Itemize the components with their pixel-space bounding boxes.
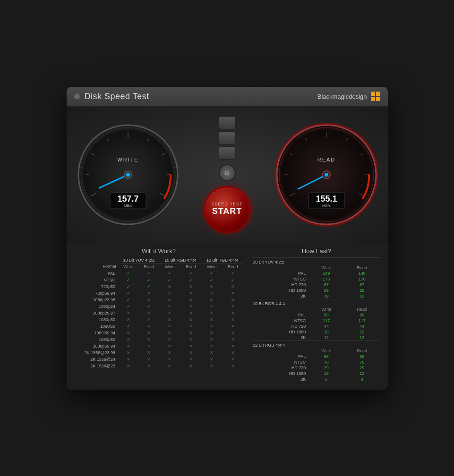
read-value: 99	[344, 312, 380, 318]
check-icon: ✓	[168, 271, 171, 276]
format-name: 1080p50	[74, 336, 118, 343]
format-name: 2K 1556@24	[74, 356, 118, 363]
format-name: HD 1080	[253, 288, 308, 293]
cross-icon: ✕	[189, 311, 193, 315]
yuv-write: ✓	[118, 323, 138, 330]
group-name: 12 Bit RGB 4:4:4	[253, 340, 380, 348]
format-name: 1080p30	[74, 316, 118, 323]
read-value: 12	[344, 335, 380, 341]
read-value: 176	[344, 276, 380, 282]
svg-text:155.1: 155.1	[316, 194, 337, 204]
rgb12-write: ✕	[201, 330, 222, 336]
format-btn-3[interactable]	[219, 146, 236, 160]
rgb10-read: ✕	[180, 316, 201, 323]
format-name: HD 1080	[253, 371, 308, 376]
cross-icon: ✕	[210, 311, 214, 315]
cross-icon: ✕	[127, 317, 130, 322]
app-window: Disk Speed Test Blackmagicdesign	[67, 87, 388, 390]
yuv-write: ✕	[118, 363, 138, 369]
close-button[interactable]	[74, 94, 80, 99]
cross-icon: ✕	[210, 298, 214, 302]
yuv-write: ✕	[118, 356, 138, 363]
col-format	[253, 265, 308, 271]
format-name: 2K 1556@25	[74, 363, 118, 369]
yuv-write: ✓	[118, 297, 138, 303]
rgb10-write: ✕	[159, 356, 180, 363]
cross-icon: ✕	[168, 324, 171, 329]
svg-text:MB/s: MB/s	[123, 204, 132, 208]
yuv-read: ✕	[138, 363, 159, 369]
format-btn-2[interactable]	[219, 131, 236, 144]
group-header-row: 10 Bit YUV 4:2:2	[253, 257, 380, 265]
rgb10-read: ✕	[180, 330, 201, 336]
rgb12-read: ✕	[222, 323, 243, 330]
rgb12-read: ✕	[222, 336, 243, 343]
cross-icon: ✕	[168, 284, 171, 289]
start-button[interactable]: SPEED TEST START	[204, 186, 251, 233]
cross-icon: ✕	[189, 357, 193, 362]
check-icon: ✓	[127, 304, 130, 309]
list-item: HD 1080 19 19	[253, 329, 380, 335]
col-write: Write	[308, 348, 344, 354]
svg-text:MB/s: MB/s	[322, 204, 330, 208]
cross-icon: ✕	[147, 291, 151, 296]
yuv-read: ✕	[138, 290, 159, 297]
read-value: 148	[344, 271, 380, 276]
list-item: 2K 12 12	[253, 335, 380, 341]
rgb10-read: ✕	[180, 303, 201, 310]
cross-icon: ✕	[127, 350, 130, 355]
col-yuv-r: Read	[138, 263, 159, 270]
cross-icon: ✕	[189, 364, 193, 368]
table-row: 720p59.94 ✓ ✕ ✕ ✕ ✕ ✕	[74, 290, 244, 297]
settings-button[interactable]: ⚙	[219, 164, 236, 181]
cross-icon: ✕	[231, 298, 235, 302]
list-item: PAL 99 99	[253, 312, 380, 318]
col-read: Read	[344, 306, 380, 312]
write-value: 12	[308, 335, 344, 341]
will-it-work: Will it Work? 10 Bit YUV 4:2:2 10 Bit RG…	[74, 243, 244, 382]
col-write: Write	[308, 306, 344, 312]
cross-icon: ✕	[147, 331, 151, 335]
rgb10-write: ✕	[159, 336, 180, 343]
table-row: 1080p30 ✕ ✓ ✕ ✕ ✕ ✕	[74, 316, 244, 323]
col-group-rgb12: 12 Bit RGB 4:4:4	[201, 257, 243, 264]
cross-icon: ✕	[189, 291, 193, 296]
cross-icon: ✕	[210, 337, 214, 342]
center-controls: ⚙ SPEED TEST START	[204, 116, 251, 233]
table-row: 1080i59.94 ✕ ✕ ✕ ✕ ✕ ✕	[74, 330, 244, 336]
format-name: PAL	[253, 312, 308, 318]
cross-icon: ✕	[231, 357, 235, 362]
yuv-read: ✓	[138, 283, 159, 290]
cross-icon: ✕	[231, 344, 235, 348]
format-name: 1080p24	[74, 303, 118, 310]
col-group-rgb10: 10 Bit RGB 4:4:4	[159, 257, 201, 264]
format-btn-1[interactable]	[219, 116, 236, 129]
write-value: 176	[308, 276, 344, 282]
cross-icon: ✕	[210, 364, 214, 368]
rgb12-read: ✕	[222, 356, 243, 363]
write-value: 8	[308, 376, 344, 382]
list-item: PAL 66 66	[253, 354, 380, 359]
cross-icon: ✕	[189, 331, 193, 335]
cross-icon: ✕	[147, 337, 151, 342]
brand-name: Blackmagicdesign	[317, 93, 367, 100]
rgb10-read: ✕	[180, 356, 201, 363]
rgb10-read: ✓	[180, 277, 201, 283]
check-icon: ✓	[127, 298, 130, 302]
rgb12-write: ✕	[201, 349, 222, 356]
rgb10-read: ✕	[180, 343, 201, 349]
read-value: 66	[344, 354, 380, 359]
rgb10-write: ✕	[159, 297, 180, 303]
col-header-row: Write Read	[253, 348, 380, 354]
rgb10-read: ✕	[180, 283, 201, 290]
list-item: PAL 149 148	[253, 271, 380, 276]
check-icon: ✓	[189, 271, 193, 276]
write-value: 78	[308, 359, 344, 365]
write-value: 13	[308, 371, 344, 376]
check-icon: ✓	[147, 284, 151, 289]
rgb12-read: ✕	[222, 303, 243, 310]
cross-icon: ✕	[168, 331, 171, 335]
cross-icon: ✕	[127, 337, 130, 342]
cross-icon: ✕	[147, 357, 151, 362]
format-name: NTSC	[253, 276, 308, 282]
